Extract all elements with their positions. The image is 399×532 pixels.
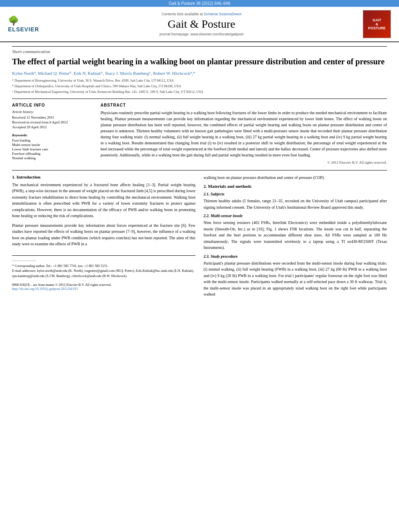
revised-date: Received in revised form 6 April 2012 xyxy=(12,120,93,124)
elsevier-logo: 🌳 ELSEVIER xyxy=(8,16,40,33)
body-col-right: walking boot on plantar pressure distrib… xyxy=(204,175,387,301)
keyword-2: Multi-sensor insole xyxy=(12,143,93,147)
insole-text: Nine force sensing resistors (402 FSRs, … xyxy=(204,220,387,251)
journal-header-center: Contents lists available at SciVerse Sci… xyxy=(40,12,363,36)
intro-heading: 1. Introduction xyxy=(12,175,195,179)
right-col-intro-text: walking boot on plantar pressure distrib… xyxy=(204,175,387,181)
keyword-5: Normal walking xyxy=(12,156,93,160)
corresponding-author-text: * Corresponding author. Tel.: +1 801 585… xyxy=(12,263,195,269)
journal-homepage: journal homepage: www.elsevier.com/locat… xyxy=(40,32,363,36)
elsevier-tree-icon: 🌳 xyxy=(8,16,19,26)
journal-badge: GAIT & POSTURE xyxy=(363,10,391,38)
affiliation-a: ᵃ Department of Bioengineering, Universi… xyxy=(12,78,387,83)
corresponding-author-note: * Corresponding author. Tel.: +1 801 585… xyxy=(12,263,195,279)
procedure-heading: 2.3. Study procedure xyxy=(204,254,387,259)
keywords-section: Keywords: Foot loading Multi-sensor inso… xyxy=(12,133,93,160)
affiliation-c: ᶜ Department of Mechanical Engineering, … xyxy=(12,90,387,94)
affiliations: ᵃ Department of Bioengineering, Universi… xyxy=(12,78,387,94)
subjects-heading: 2.1. Subjects xyxy=(204,192,387,196)
intro-para-2: Plantar pressure measurements provide ke… xyxy=(12,222,195,247)
top-bar: Gait & Posture 36 (2012) 646–649 xyxy=(0,0,399,7)
badge-line2: & xyxy=(376,22,378,26)
body-section: 1. Introduction The mechanical environme… xyxy=(12,170,387,301)
keyword-4: Forefoot offloading xyxy=(12,152,93,156)
page-footer: 0966-6362/$ – see front matter © 2012 El… xyxy=(12,283,195,291)
contents-line: Contents lists available at SciVerse Sci… xyxy=(40,12,363,16)
journal-title: Gait & Posture xyxy=(40,18,363,31)
article-info-column: ARTICLE INFO Article history: Received 1… xyxy=(12,103,93,164)
main-content: Short communication The effect of partia… xyxy=(0,42,399,305)
doi-line: http://dx.doi.org/10.1016/j.gaitpost.201… xyxy=(12,287,195,291)
footer-section: * Corresponding author. Tel.: +1 801 585… xyxy=(12,255,195,279)
body-col-left: 1. Introduction The mechanical environme… xyxy=(12,175,195,301)
journal-header: 🌳 ELSEVIER Contents lists available at S… xyxy=(0,7,399,42)
email-addresses: E-mail addresses: kylee.north@utah.edu (… xyxy=(12,268,195,279)
homepage-label: journal homepage: www.elsevier.com/locat… xyxy=(159,32,243,36)
authors-text: Kylee Northᵃ, Michael Q. Potterᵇ, Erik N… xyxy=(12,71,195,76)
received-date: Received 11 November 2011 xyxy=(12,115,93,119)
badge-line3: POSTURE xyxy=(368,26,386,30)
footer-divider xyxy=(12,261,36,261)
materials-heading: 2. Materials and methods xyxy=(204,184,387,189)
accepted-date: Accepted 29 April 2012 xyxy=(12,125,93,129)
affiliation-b: ᵇ Department of Orthopaedics, University… xyxy=(12,84,387,89)
journal-citation: Gait & Posture 36 (2012) 646–649 xyxy=(169,1,230,6)
article-info-title: ARTICLE INFO xyxy=(12,103,93,107)
article-type: Short communication xyxy=(12,46,387,54)
badge-line1: GAIT xyxy=(372,18,381,22)
keyword-3: Lower limb fracture care xyxy=(12,147,93,151)
keyword-1: Foot loading xyxy=(12,138,93,142)
procedure-text: Participant's plantar pressure distribut… xyxy=(204,260,387,298)
intro-para-1: The mechanical environment experienced b… xyxy=(12,182,195,219)
subjects-text: Thirteen healthy adults (5 females, rang… xyxy=(204,198,387,210)
elsevier-wordmark: ELSEVIER xyxy=(8,26,39,33)
insole-heading: 2.2. Multi-sensor insole xyxy=(204,214,387,218)
copyright-line: © 2012 Elsevier B.V. All rights reserved… xyxy=(101,160,387,164)
abstract-text: Physicians routinely prescribe partial w… xyxy=(101,110,387,158)
body-two-col: 1. Introduction The mechanical environme… xyxy=(12,175,387,301)
sciverse-link[interactable]: SciVerse ScienceDirect xyxy=(204,12,242,16)
info-abstract-section: ARTICLE INFO Article history: Received 1… xyxy=(12,99,387,164)
abstract-title: ABSTRACT xyxy=(101,103,387,107)
abstract-column: ABSTRACT Physicians routinely prescribe … xyxy=(101,103,387,164)
article-title: The effect of partial weight bearing in … xyxy=(12,56,387,67)
issn-line: 0966-6362/$ – see front matter © 2012 El… xyxy=(12,283,195,287)
article-history-label: Article history: xyxy=(12,110,93,114)
keywords-label: Keywords: xyxy=(12,133,93,137)
authors: Kylee Northᵃ, Michael Q. Potterᵇ, Erik N… xyxy=(12,71,387,76)
doi-link[interactable]: http://dx.doi.org/10.1016/j.gaitpost.201… xyxy=(12,287,78,291)
